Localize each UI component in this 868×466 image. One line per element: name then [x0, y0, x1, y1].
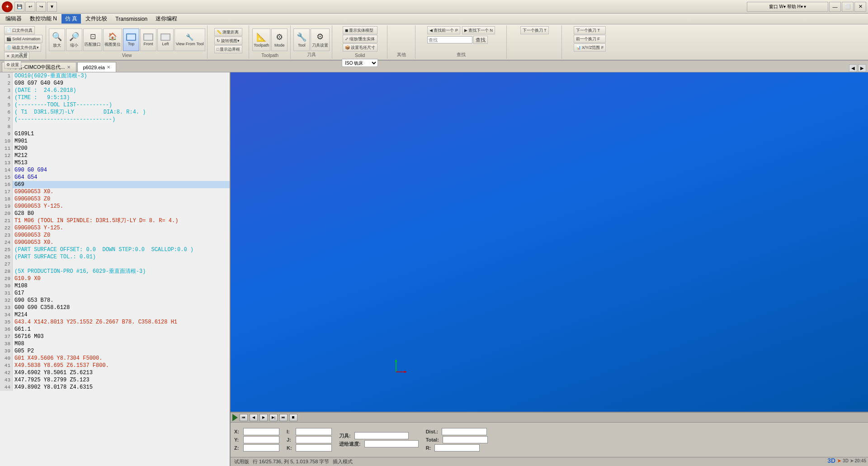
code-line-17[interactable]: 17G90G0G53 X0. [0, 188, 230, 195]
code-line-23[interactable]: 23G90G0G53 Z0 [0, 232, 230, 239]
find-input[interactable] [427, 36, 472, 43]
total-value[interactable] [443, 436, 488, 443]
tool-settings-btn[interactable]: ⚙ 刀具设置 [311, 29, 330, 51]
tab-p6029[interactable]: p6029.eia ✕ [77, 62, 116, 72]
tool-btn[interactable]: 🔧 Tool [293, 29, 310, 51]
next-tool-btn[interactable]: 下一个换刀 T [574, 26, 606, 34]
maximize-btn[interactable]: ⬜ [842, 2, 854, 12]
top-view-btn[interactable]: Top [123, 29, 139, 51]
menu-cnc[interactable]: 数控功能 N [26, 14, 61, 24]
code-line-39[interactable]: 39G05 P2 [0, 347, 230, 355]
code-line-14[interactable]: 14G90 G0 G94 [0, 166, 230, 174]
code-line-35[interactable]: 35G43.4 X142.8013 Y25.1552 Z6.2667 B78. … [0, 319, 230, 326]
code-line-13[interactable]: 13M513 [0, 159, 230, 166]
k-value[interactable] [296, 444, 332, 452]
toolpath-btn[interactable]: 📐 Toolpath [252, 29, 270, 51]
vp-ffwd-btn[interactable]: ⏭ [279, 414, 288, 421]
code-editor[interactable]: 1OO010(6029-垂直面清根-3)2G98 G97 G40 G493(DA… [0, 72, 230, 466]
view-from-tool-btn[interactable]: 🔧 View From Tool [175, 29, 205, 51]
customize-btn[interactable]: ▼ [47, 2, 57, 12]
code-line-36[interactable]: 36G61.1 [0, 326, 230, 333]
machine-combo[interactable]: ISO 铣床 [342, 59, 378, 67]
code-line-32[interactable]: 32G90 G53 B78. [0, 297, 230, 304]
menu-editor[interactable]: 编辑器 [2, 14, 25, 24]
menu-mini[interactable]: 迷你编程 [152, 14, 181, 24]
code-line-22[interactable]: 22G90G0G53 Y-125. [0, 224, 230, 232]
find-next-btn[interactable]: ▶ 查找下一个 N [462, 26, 495, 34]
code-line-25[interactable]: 25(PART SURFACE OFFSET: 0.0 DOWN STEP:0.… [0, 246, 230, 253]
code-line-29[interactable]: 29G10.9 X0 [0, 275, 230, 282]
rotate-view-btn[interactable]: ↻ 旋转视图▾ [214, 37, 242, 45]
code-line-5[interactable]: 5(---------TOOL LIST----------) [0, 101, 230, 109]
zoom-out-btn[interactable]: 🔎 缩小 [66, 29, 82, 51]
goto-line-btn[interactable]: 下一个换刀 T [520, 26, 549, 34]
minimize-btn[interactable]: — [829, 2, 841, 12]
code-line-9[interactable]: 9G109L1 [0, 130, 230, 138]
code-line-30[interactable]: 30M108 [0, 282, 230, 290]
code-line-15[interactable]: 15G64 G54 [0, 174, 230, 181]
code-line-12[interactable]: 12M212 [0, 152, 230, 159]
xyz-range-btn[interactable]: 📊 X/Y/Z范围 F [574, 43, 606, 52]
code-line-7[interactable]: 7(-----------------------------) [0, 116, 230, 123]
find-btn[interactable]: 查找 [473, 36, 488, 44]
code-line-40[interactable]: 40G01 X49.5606 Y8.7304 F5000. [0, 355, 230, 362]
code-line-8[interactable]: 8 [0, 123, 230, 130]
front-view-btn[interactable]: Front [140, 29, 156, 51]
tab-p6029-close[interactable]: ✕ [107, 65, 110, 70]
code-line-44[interactable]: 44X49.8902 Y8.0178 Z4.6315 [0, 384, 230, 391]
left-view-btn[interactable]: Left [157, 29, 174, 51]
menu-transmission[interactable]: Transmission [112, 15, 151, 23]
code-line-21[interactable]: 21T1 M06 (TOOL IN SPINDLE: D3R1.5球刀-LY D… [0, 217, 230, 224]
prev-tool-btn[interactable]: 前一个换刀 F [574, 35, 606, 43]
vp-stop-btn[interactable]: ⏹ [289, 414, 297, 421]
feed-value[interactable] [364, 440, 419, 447]
menu-compare[interactable]: 文件比较 [82, 14, 111, 24]
y-value[interactable] [243, 436, 279, 443]
code-line-4[interactable]: 4(TIME : 9:5:13) [0, 94, 230, 101]
save-quick-btn[interactable]: 💾 [14, 2, 24, 12]
file-simulate-btn[interactable]: 📄 口文件仿真 [4, 26, 35, 34]
tab-next-btn[interactable]: ▶ [858, 64, 866, 72]
code-line-6[interactable]: 6( T1 D3R1.5球刀-LY DIA:8. R:4. ) [0, 109, 230, 116]
zoom-in-btn[interactable]: 🔍 放大 [49, 29, 65, 51]
scale-solid-btn[interactable]: ⤢ 缩放/重生实体 [343, 35, 377, 43]
code-line-18[interactable]: 18G90G0G53 Z0 [0, 195, 230, 203]
redo-btn[interactable]: ↪ [36, 2, 46, 12]
tab-prev-btn[interactable]: ◀ [849, 64, 857, 72]
code-line-41[interactable]: 41X49.5838 Y8.695 Z6.1537 F800. [0, 362, 230, 369]
vp-step-fwd-btn[interactable]: ▶| [269, 414, 278, 421]
dist-value[interactable] [442, 428, 487, 435]
code-line-42[interactable]: 42X49.6902 Y8.5061 Z5.6213 [0, 369, 230, 376]
show-boundary-btn[interactable]: □ 显示边界框 [214, 45, 242, 53]
code-line-31[interactable]: 31G17 [0, 290, 230, 297]
code-line-37[interactable]: 37S6716 M03 [0, 333, 230, 340]
code-line-33[interactable]: 33G00 G90 C358.6128 [0, 304, 230, 311]
disk-simulate-btn[interactable]: 💿 磁盘文件仿真▾ [4, 43, 41, 52]
r-value[interactable] [434, 444, 480, 452]
i-value[interactable] [296, 428, 332, 435]
tool-value[interactable] [354, 432, 409, 439]
measure-dist-btn[interactable]: 📏 测量距离 [214, 28, 242, 36]
code-line-11[interactable]: 11M200 [0, 145, 230, 152]
code-line-38[interactable]: 38M08 [0, 340, 230, 347]
show-solid-btn[interactable]: ◼ 显示实体模型 [343, 26, 377, 34]
fit-view-btn[interactable]: ⊡ 匹配微口 [83, 29, 102, 51]
code-line-2[interactable]: 2G98 G97 G40 G49 [0, 80, 230, 87]
viewport-3d[interactable] [231, 72, 868, 412]
set-stock-btn[interactable]: 📦 设置毛坯尺寸 [343, 43, 377, 52]
code-line-19[interactable]: 19G90G0G53 Y-125. [0, 203, 230, 210]
code-line-10[interactable]: 10M901 [0, 138, 230, 145]
code-line-24[interactable]: 24G90G0G53 X0. [0, 239, 230, 246]
z-value[interactable] [243, 444, 279, 452]
j-value[interactable] [296, 436, 332, 443]
code-line-26[interactable]: 26(PART SURFACE TOL.: 0.01) [0, 253, 230, 261]
mode-btn[interactable]: ⚙ Mode [271, 29, 288, 51]
x-value[interactable] [243, 428, 279, 435]
code-line-43[interactable]: 43X47.7925 Y8.2799 Z5.123 [0, 376, 230, 384]
code-line-3[interactable]: 3(DATE : 24.6.2018) [0, 87, 230, 94]
code-line-20[interactable]: 20G28 B0 [0, 210, 230, 217]
code-line-34[interactable]: 34M214 [0, 311, 230, 319]
vp-rewind-btn[interactable]: ⏮ [240, 414, 248, 421]
close-btn[interactable]: ✕ [854, 2, 866, 12]
code-line-28[interactable]: 28(5X PRODUCTION-PRO #16, 6029-垂直面清根-3) [0, 268, 230, 275]
